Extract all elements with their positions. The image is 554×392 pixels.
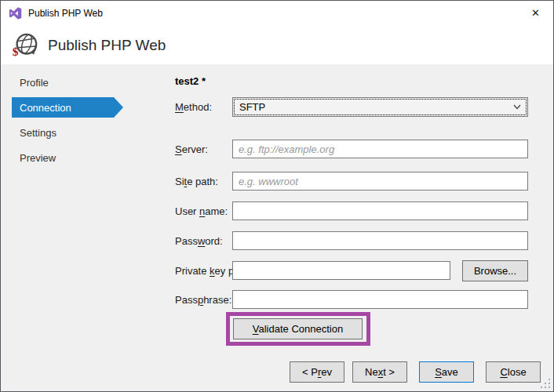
label-pre: Si xyxy=(175,176,184,187)
label-mnemonic: S xyxy=(175,143,182,155)
server-input[interactable] xyxy=(232,140,528,158)
label-post: ord: xyxy=(205,235,222,247)
user-name-input[interactable] xyxy=(232,201,528,220)
method-label: Method: xyxy=(175,97,212,117)
label-post: ev xyxy=(321,366,332,378)
titlebar: Publish PHP Web ✕ xyxy=(1,1,553,26)
private-key-path-input[interactable] xyxy=(232,261,450,280)
window-close-button[interactable]: ✕ xyxy=(518,1,553,24)
label-post: e path: xyxy=(187,176,218,187)
sidebar-item-profile[interactable]: Profile xyxy=(12,72,114,93)
sidebar-item-label: Preview xyxy=(20,152,56,164)
publish-php-web-dialog: Publish PHP Web ✕ $ Publish PHP Web Prof… xyxy=(0,0,554,392)
label-post: erver: xyxy=(182,143,208,155)
resize-grip[interactable] xyxy=(540,378,551,389)
sidebar-item-preview[interactable]: Preview xyxy=(12,147,114,168)
label-pre: Private xyxy=(175,265,210,277)
next-button[interactable]: Next > xyxy=(352,361,407,383)
dialog-heading: Publish PHP Web xyxy=(48,37,166,54)
sidebar-item-connection[interactable]: Connection xyxy=(12,97,114,118)
close-icon: ✕ xyxy=(531,7,540,19)
close-button[interactable]: Close xyxy=(486,361,541,383)
label-pre: Pass xyxy=(175,294,198,306)
window-title: Publish PHP Web xyxy=(28,8,103,19)
label-mnemonic: w xyxy=(198,235,205,247)
publish-web-globe-icon: $ xyxy=(10,30,42,61)
sidebar-item-label: Profile xyxy=(20,77,49,89)
highlight-annotation-box: Validate Connection xyxy=(226,312,370,346)
label-post: hrase: xyxy=(203,294,231,306)
site-path-label: Site path: xyxy=(175,172,218,191)
browse-button[interactable]: Browse... xyxy=(462,260,528,281)
svg-text:$: $ xyxy=(13,44,19,57)
site-path-input[interactable] xyxy=(232,172,528,191)
server-label: Server: xyxy=(175,140,208,159)
sidebar-item-settings[interactable]: Settings xyxy=(12,122,114,143)
chevron-down-icon xyxy=(513,104,521,110)
label-post: ave xyxy=(442,366,458,378)
sidebar-item-label: Connection xyxy=(20,102,71,114)
label-post: alidate Connection xyxy=(259,323,344,335)
sidebar-nav: Profile Connection Settings Preview xyxy=(12,72,114,172)
method-selected-value: SFTP xyxy=(239,101,265,113)
label-post: ethod: xyxy=(184,101,212,113)
label-mnemonic: V xyxy=(253,323,259,335)
label-mnemonic: C xyxy=(500,366,507,378)
label-mnemonic: M xyxy=(175,101,184,113)
label-post: lose xyxy=(508,366,527,378)
label-post: t > xyxy=(383,366,395,378)
save-button[interactable]: Save xyxy=(419,361,474,383)
visual-studio-icon xyxy=(9,7,22,20)
password-input[interactable] xyxy=(232,231,528,250)
label-pre: User xyxy=(175,205,199,217)
label-pre: Ne xyxy=(365,366,378,378)
validate-connection-button[interactable]: Validate Connection xyxy=(233,318,363,339)
sidebar-item-label: Settings xyxy=(20,127,56,139)
dialog-header: $ Publish PHP Web xyxy=(1,26,553,64)
label-post: ame: xyxy=(205,205,228,217)
label-mnemonic: S xyxy=(435,366,442,378)
passphrase-input[interactable] xyxy=(232,290,528,309)
label-pre: Pass xyxy=(175,235,198,247)
passphrase-label: Passphrase: xyxy=(175,290,231,310)
user-name-label: User name: xyxy=(175,201,228,221)
method-select[interactable]: SFTP xyxy=(232,97,528,117)
prev-button[interactable]: < Prev xyxy=(290,361,344,383)
profile-name: test2 * xyxy=(175,75,206,87)
label-pre: < P xyxy=(302,366,318,378)
password-label: Password: xyxy=(175,231,223,251)
